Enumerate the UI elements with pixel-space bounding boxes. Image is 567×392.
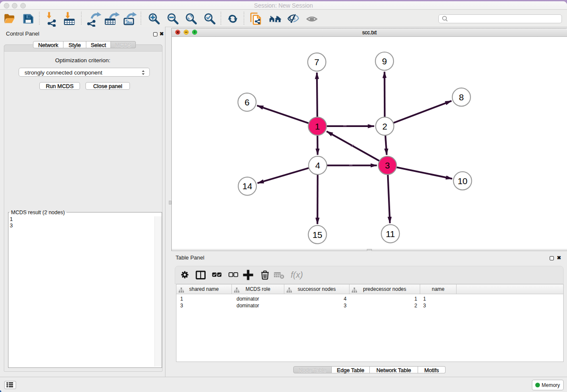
svg-text:1: 1: [315, 121, 320, 131]
svg-text:11: 11: [386, 229, 395, 239]
svg-text:15: 15: [312, 230, 322, 240]
svg-text:14: 14: [242, 181, 253, 191]
svg-text:6: 6: [245, 97, 250, 107]
svg-text:f(x): f(x): [291, 270, 303, 279]
svg-text:8: 8: [459, 92, 464, 102]
svg-text:7: 7: [314, 57, 319, 67]
svg-text:2: 2: [382, 121, 387, 131]
svg-text:3: 3: [385, 160, 390, 170]
svg-text:9: 9: [382, 56, 387, 66]
svg-text:10: 10: [457, 176, 467, 186]
svg-text:4: 4: [315, 160, 320, 170]
